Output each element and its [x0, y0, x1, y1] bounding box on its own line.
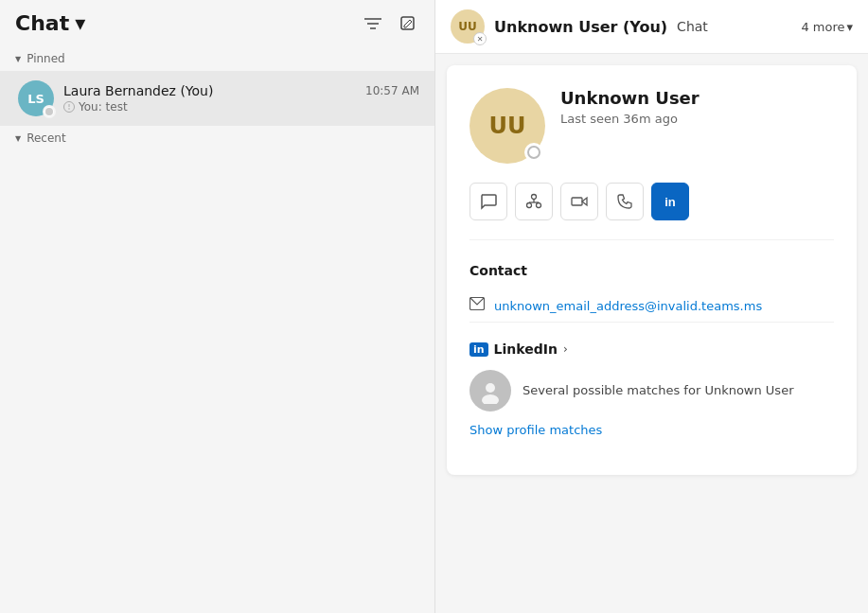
contact-section: Contact unknown_email_address@invalid.te… [469, 263, 834, 323]
header-avatar-badge: ✕ [473, 32, 487, 45]
profile-name: Unknown User [560, 88, 834, 108]
action-chat-button[interactable] [469, 183, 507, 220]
action-linkedin-button[interactable]: in [651, 183, 689, 220]
pinned-label: Pinned [27, 52, 65, 65]
online-indicator [524, 143, 543, 162]
profile-last-seen: Last seen 36m ago [560, 112, 834, 126]
svg-point-17 [482, 394, 499, 404]
avatar-initials: LS [27, 92, 44, 106]
linkedin-section: in LinkedIn › Several possible matches f… [469, 342, 834, 437]
svg-point-9 [537, 203, 541, 208]
compose-button[interactable] [397, 12, 419, 35]
linkedin-badge: in [469, 342, 488, 357]
header-user-name: Unknown User (You) [494, 18, 667, 36]
profile-top: UU Unknown User Last seen 36m ago [469, 88, 834, 164]
right-panel: UU ✕ Unknown User (You) Chat 4 more ▾ UU… [435, 0, 868, 613]
chat-title-group[interactable]: Chat ▾ [15, 11, 85, 35]
chat-item-top: Laura Bernandez (You) 10:57 AM [63, 83, 419, 98]
header-more-chevron: ▾ [846, 20, 853, 34]
filter-button[interactable] [361, 13, 385, 34]
profile-actions: in [469, 183, 834, 240]
preview-icon [63, 101, 75, 113]
recent-triangle: ▼ [15, 134, 21, 143]
avatar: LS [18, 80, 54, 116]
svg-point-8 [527, 203, 532, 208]
left-header: Chat ▾ [0, 0, 434, 46]
linkedin-match-text: Several possible matches for Unknown Use… [523, 382, 794, 399]
profile-avatar: UU [469, 88, 545, 164]
header-more-button[interactable]: 4 more ▾ [801, 20, 853, 34]
recent-label: Recent [27, 131, 65, 145]
chat-list-item[interactable]: LS Laura Bernandez (You) 10:57 AM You: t… [0, 71, 434, 126]
contact-title: Contact [469, 263, 834, 278]
profile-card: UU Unknown User Last seen 36m ago [447, 65, 857, 475]
linkedin-chevron: › [563, 342, 568, 356]
linkedin-match: Several possible matches for Unknown Use… [469, 370, 834, 412]
recent-section-label: ▼ Recent [0, 126, 434, 150]
header-icons [361, 12, 419, 35]
linkedin-action-icon: in [664, 195, 676, 209]
action-video-button[interactable] [560, 183, 598, 220]
chat-item-time: 10:57 AM [365, 84, 419, 97]
chat-item-preview: You: test [63, 100, 419, 114]
chat-item-body: Laura Bernandez (You) 10:57 AM You: test [63, 83, 419, 114]
chat-title: Chat [15, 11, 69, 35]
contact-email-row: unknown_email_address@invalid.teams.ms [469, 289, 834, 323]
status-indicator [43, 105, 56, 118]
contact-email-link[interactable]: unknown_email_address@invalid.teams.ms [494, 299, 762, 313]
header-avatar-initials: UU [458, 20, 477, 33]
pinned-section-label: ▼ Pinned [0, 46, 434, 71]
svg-point-6 [68, 108, 70, 110]
linkedin-match-avatar [469, 370, 511, 412]
action-phone-button[interactable] [606, 183, 644, 220]
svg-rect-14 [572, 198, 582, 205]
svg-rect-3 [401, 17, 414, 29]
show-profile-matches-link[interactable]: Show profile matches [469, 423, 834, 437]
action-org-button[interactable] [515, 183, 553, 220]
header-chat-tab[interactable]: Chat [677, 19, 708, 34]
profile-info: Unknown User Last seen 36m ago [560, 88, 834, 126]
svg-point-7 [532, 195, 537, 200]
left-panel: Chat ▾ ▼ Pinned LS [0, 0, 435, 613]
pinned-triangle: ▼ [15, 55, 21, 63]
right-header: UU ✕ Unknown User (You) Chat 4 more ▾ [435, 0, 868, 54]
status-dot-inner [45, 108, 53, 115]
x-icon: ✕ [477, 35, 484, 44]
linkedin-header[interactable]: in LinkedIn › [469, 342, 834, 357]
email-icon [469, 297, 485, 314]
online-circle [527, 146, 540, 159]
linkedin-label: LinkedIn [494, 342, 558, 357]
chat-preview-text: You: test [79, 100, 128, 114]
chat-item-name: Laura Bernandez (You) [63, 83, 213, 98]
header-avatar: UU ✕ [451, 9, 485, 44]
svg-point-16 [486, 383, 495, 393]
header-more-label: 4 more [801, 20, 844, 34]
profile-avatar-initials: UU [489, 113, 526, 139]
chat-title-chevron: ▾ [75, 11, 85, 35]
